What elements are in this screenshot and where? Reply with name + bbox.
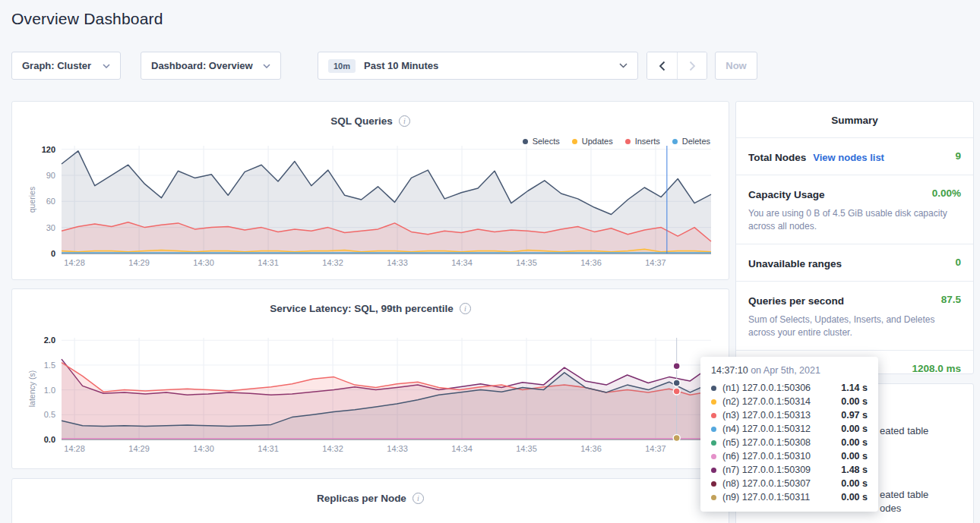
chevron-left-icon <box>659 61 665 71</box>
svg-text:14:35: 14:35 <box>516 258 537 267</box>
svg-text:latency (s): latency (s) <box>27 370 36 407</box>
chevron-down-icon <box>263 64 270 68</box>
svg-text:2.0: 2.0 <box>44 336 55 345</box>
tooltip-time: 14:37:10 <box>711 365 748 376</box>
dashboard-selector-label: Dashboard: Overview <box>151 60 253 71</box>
svg-text:1.5: 1.5 <box>44 361 55 370</box>
tooltip-node-value: 0.00 s <box>841 451 868 462</box>
dashboard-selector-dropdown[interactable]: Dashboard: Overview <box>141 52 281 80</box>
svg-text:90: 90 <box>46 171 55 180</box>
tooltip-header: 14:37:10 on Apr 5th, 2021 <box>711 365 868 376</box>
replicas-per-node-panel: Replicas per Node i <box>11 478 729 523</box>
summary-row-value: 0 <box>955 257 961 268</box>
tooltip-node-row: (n1) 127.0.0.1:503061.14 s <box>711 381 868 395</box>
svg-text:14:32: 14:32 <box>322 444 343 453</box>
svg-text:60: 60 <box>46 197 55 206</box>
service-latency-chart[interactable]: 14:2814:2914:3014:3114:3214:3314:3414:35… <box>12 289 730 470</box>
node-color-dot-icon <box>711 399 716 405</box>
svg-text:14:36: 14:36 <box>580 444 602 453</box>
time-range-badge: 10m <box>328 59 356 73</box>
svg-text:14:36: 14:36 <box>580 258 602 267</box>
sql-queries-chart[interactable]: 14:2814:2914:3014:3114:3214:3314:3414:35… <box>12 102 730 281</box>
svg-text:14:30: 14:30 <box>193 258 214 267</box>
tooltip-node-address: (n3) 127.0.0.1:50313 <box>722 410 841 421</box>
tooltip-node-row: (n2) 127.0.0.1:503140.00 s <box>711 395 868 408</box>
summary-rows: Total NodesView nodes list9Capacity Usag… <box>736 137 973 387</box>
summary-row-desc: You are using 0 B of 4.5 GiB usable disk… <box>748 207 961 233</box>
svg-text:14:30: 14:30 <box>193 444 214 453</box>
view-nodes-list-link[interactable]: View nodes list <box>813 152 884 163</box>
chevron-right-icon <box>689 61 696 71</box>
svg-text:queries: queries <box>27 187 36 213</box>
svg-text:14:37: 14:37 <box>645 444 666 453</box>
svg-text:0.5: 0.5 <box>44 410 55 419</box>
tooltip-node-value: 0.00 s <box>841 492 868 503</box>
summary-row-desc: Sum of Selects, Updates, Inserts, and De… <box>748 313 961 339</box>
tooltip-node-address: (n4) 127.0.0.1:50312 <box>722 424 841 434</box>
svg-text:14:35: 14:35 <box>516 444 537 453</box>
svg-text:14:33: 14:33 <box>387 258 408 267</box>
summary-panel: Summary Total NodesView nodes list9Capac… <box>735 101 974 374</box>
tooltip-node-row: (n5) 127.0.0.1:503080.00 s <box>711 436 868 449</box>
svg-text:30: 30 <box>46 223 55 232</box>
tooltip-node-row: (n4) 127.0.0.1:503120.00 s <box>711 422 868 436</box>
svg-text:14:31: 14:31 <box>258 258 279 267</box>
svg-text:0.0: 0.0 <box>44 435 55 444</box>
time-range-label: Past 10 Minutes <box>364 60 438 71</box>
tooltip-node-address: (n1) 127.0.0.1:50306 <box>722 383 841 393</box>
svg-text:14:31: 14:31 <box>258 444 279 453</box>
summary-row: Total NodesView nodes list9 <box>736 137 973 175</box>
summary-row-value: 87.5 <box>941 294 961 305</box>
svg-text:14:28: 14:28 <box>64 258 85 267</box>
summary-row-label: Queries per second <box>748 295 844 307</box>
graph-selector-dropdown[interactable]: Graph: Cluster <box>11 52 121 80</box>
overview-dashboard-page: Overview Dashboard Graph: Cluster Dashbo… <box>0 0 980 523</box>
node-color-dot-icon <box>711 481 716 487</box>
node-color-dot-icon <box>711 440 716 446</box>
tooltip-node-row: (n8) 127.0.0.1:503070.00 s <box>711 477 868 490</box>
tooltip-node-value: 0.00 s <box>841 478 868 489</box>
svg-text:14:29: 14:29 <box>128 258 150 267</box>
now-button[interactable]: Now <box>715 52 757 80</box>
graph-selector-label: Graph: Cluster <box>22 60 91 71</box>
summary-row-value: 1208.0 ms <box>912 363 961 374</box>
tooltip-node-value: 1.48 s <box>841 465 868 475</box>
event-item-fragment[interactable]: odes <box>880 503 901 514</box>
tooltip-node-address: (n6) 127.0.0.1:50310 <box>722 451 841 462</box>
svg-text:14:29: 14:29 <box>128 444 150 453</box>
svg-text:14:37: 14:37 <box>645 258 666 267</box>
tooltip-node-row: (n7) 127.0.0.1:503091.48 s <box>711 463 868 477</box>
svg-text:14:33: 14:33 <box>387 444 408 453</box>
page-title: Overview Dashboard <box>11 10 163 28</box>
summary-row-value: 0.00% <box>932 187 961 199</box>
chart-hover-tooltip: 14:37:10 on Apr 5th, 2021 (n1) 127.0.0.1… <box>700 357 878 512</box>
summary-row-label: Total Nodes <box>748 152 806 163</box>
svg-text:120: 120 <box>42 145 55 154</box>
sql-queries-panel: SQL Queries i SelectsUpdatesInsertsDelet… <box>11 101 729 280</box>
node-color-dot-icon <box>711 468 716 473</box>
node-color-dot-icon <box>711 413 716 418</box>
summary-row-value: 9 <box>955 150 961 162</box>
tooltip-date: on Apr 5th, 2021 <box>751 365 820 376</box>
summary-row: Unavailable ranges0 <box>736 244 973 281</box>
tooltip-node-value: 0.00 s <box>841 424 868 434</box>
summary-row-label: Capacity Usage <box>748 189 825 200</box>
summary-row: Queries per second87.5Sum of Selects, Up… <box>736 281 973 350</box>
tooltip-node-address: (n9) 127.0.0.1:50311 <box>722 492 841 503</box>
event-item-fragment[interactable]: eated table <box>880 425 928 436</box>
node-color-dot-icon <box>711 454 716 459</box>
tooltip-node-value: 0.00 s <box>841 437 868 448</box>
time-range-dropdown[interactable]: 10m Past 10 Minutes <box>318 52 638 80</box>
tooltip-node-row: (n3) 127.0.0.1:503130.97 s <box>711 408 868 422</box>
info-icon[interactable]: i <box>413 493 424 504</box>
event-item-fragment[interactable]: eated table <box>880 489 928 500</box>
node-color-dot-icon <box>711 427 716 432</box>
tooltip-node-address: (n7) 127.0.0.1:50309 <box>722 465 841 475</box>
svg-text:0: 0 <box>51 249 55 258</box>
node-color-dot-icon <box>711 495 716 500</box>
previous-timespan-button[interactable] <box>647 52 677 79</box>
tooltip-node-value: 0.97 s <box>841 410 868 421</box>
next-timespan-button[interactable] <box>677 52 707 79</box>
chart-title: Replicas per Node i <box>12 493 729 504</box>
tooltip-rows: (n1) 127.0.0.1:503061.14 s(n2) 127.0.0.1… <box>711 381 868 504</box>
